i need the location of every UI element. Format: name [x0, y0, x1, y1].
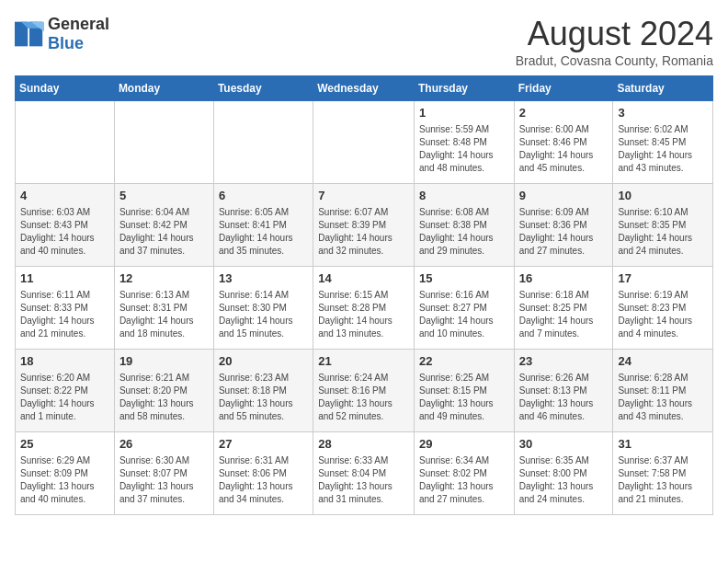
- calendar-table: SundayMondayTuesdayWednesdayThursdayFrid…: [15, 75, 713, 515]
- header: General Blue August 2024 Bradut, Covasna…: [15, 15, 713, 68]
- day-info: Sunrise: 6:31 AM Sunset: 8:06 PM Dayligh…: [219, 454, 308, 506]
- day-info: Sunrise: 6:21 AM Sunset: 8:20 PM Dayligh…: [119, 372, 209, 423]
- calendar-week-row: 11Sunrise: 6:11 AM Sunset: 8:33 PM Dayli…: [16, 267, 713, 350]
- calendar-cell: 2Sunrise: 6:00 AM Sunset: 8:46 PM Daylig…: [514, 101, 613, 184]
- title-area: August 2024 Bradut, Covasna County, Roma…: [516, 15, 713, 68]
- day-info: Sunrise: 6:29 AM Sunset: 8:09 PM Dayligh…: [20, 454, 109, 506]
- day-info: Sunrise: 6:28 AM Sunset: 8:11 PM Dayligh…: [618, 372, 708, 423]
- calendar-cell: 31Sunrise: 6:37 AM Sunset: 7:58 PM Dayli…: [613, 432, 713, 515]
- day-number: 11: [20, 270, 109, 287]
- calendar-cell: 10Sunrise: 6:10 AM Sunset: 8:35 PM Dayli…: [613, 184, 713, 267]
- weekday-header: Monday: [114, 76, 213, 101]
- day-number: 16: [519, 270, 609, 287]
- day-number: 10: [618, 188, 708, 204]
- weekday-header: Friday: [514, 76, 613, 101]
- calendar-cell: [213, 101, 313, 184]
- day-info: Sunrise: 6:25 AM Sunset: 8:15 PM Dayligh…: [419, 372, 509, 423]
- calendar-cell: 5Sunrise: 6:04 AM Sunset: 8:42 PM Daylig…: [114, 184, 213, 267]
- day-number: 17: [618, 270, 708, 287]
- calendar-cell: 6Sunrise: 6:05 AM Sunset: 8:41 PM Daylig…: [213, 184, 313, 267]
- day-number: 7: [318, 188, 409, 204]
- logo-general: General: [48, 15, 109, 33]
- day-number: 15: [419, 270, 509, 287]
- day-number: 19: [119, 353, 209, 370]
- day-number: 30: [519, 436, 609, 453]
- calendar-cell: 20Sunrise: 6:23 AM Sunset: 8:18 PM Dayli…: [213, 350, 313, 432]
- day-number: 6: [219, 188, 308, 204]
- calendar-cell: 1Sunrise: 5:59 AM Sunset: 8:48 PM Daylig…: [414, 101, 514, 184]
- calendar-week-row: 1Sunrise: 5:59 AM Sunset: 8:48 PM Daylig…: [16, 101, 713, 184]
- day-info: Sunrise: 6:00 AM Sunset: 8:46 PM Dayligh…: [519, 123, 609, 175]
- location: Bradut, Covasna County, Romania: [516, 53, 713, 68]
- day-info: Sunrise: 5:59 AM Sunset: 8:48 PM Dayligh…: [419, 123, 509, 175]
- logo-text: General Blue: [48, 15, 109, 53]
- calendar-cell: 18Sunrise: 6:20 AM Sunset: 8:22 PM Dayli…: [16, 350, 115, 432]
- day-number: 20: [219, 353, 308, 370]
- day-info: Sunrise: 6:20 AM Sunset: 8:22 PM Dayligh…: [20, 372, 109, 423]
- weekday-header: Wednesday: [313, 76, 415, 101]
- day-info: Sunrise: 6:24 AM Sunset: 8:16 PM Dayligh…: [318, 372, 409, 423]
- day-number: 2: [519, 105, 609, 121]
- calendar-cell: 7Sunrise: 6:07 AM Sunset: 8:39 PM Daylig…: [313, 184, 415, 267]
- calendar-cell: 9Sunrise: 6:09 AM Sunset: 8:36 PM Daylig…: [514, 184, 613, 267]
- day-number: 8: [419, 188, 509, 204]
- day-number: 18: [20, 353, 109, 370]
- weekday-header: Thursday: [414, 76, 514, 101]
- calendar-cell: 28Sunrise: 6:33 AM Sunset: 8:04 PM Dayli…: [313, 432, 415, 515]
- day-info: Sunrise: 6:10 AM Sunset: 8:35 PM Dayligh…: [618, 206, 708, 258]
- month-year: August 2024: [516, 15, 713, 53]
- day-info: Sunrise: 6:18 AM Sunset: 8:25 PM Dayligh…: [519, 289, 609, 340]
- day-number: 1: [419, 105, 509, 121]
- day-number: 23: [519, 353, 609, 370]
- day-info: Sunrise: 6:37 AM Sunset: 7:58 PM Dayligh…: [618, 454, 708, 506]
- calendar-cell: 21Sunrise: 6:24 AM Sunset: 8:16 PM Dayli…: [313, 350, 415, 432]
- day-number: 9: [519, 188, 609, 204]
- calendar-cell: 24Sunrise: 6:28 AM Sunset: 8:11 PM Dayli…: [613, 350, 713, 432]
- day-number: 14: [318, 270, 409, 287]
- day-number: 21: [318, 353, 409, 370]
- day-number: 13: [219, 270, 308, 287]
- day-info: Sunrise: 6:08 AM Sunset: 8:38 PM Dayligh…: [419, 206, 509, 258]
- calendar-cell: 22Sunrise: 6:25 AM Sunset: 8:15 PM Dayli…: [414, 350, 514, 432]
- day-number: 25: [20, 436, 109, 453]
- day-info: Sunrise: 6:19 AM Sunset: 8:23 PM Dayligh…: [618, 289, 708, 340]
- day-info: Sunrise: 6:34 AM Sunset: 8:02 PM Dayligh…: [419, 454, 509, 506]
- calendar-cell: 8Sunrise: 6:08 AM Sunset: 8:38 PM Daylig…: [414, 184, 514, 267]
- calendar-cell: [16, 101, 115, 184]
- calendar-cell: 30Sunrise: 6:35 AM Sunset: 8:00 PM Dayli…: [514, 432, 613, 515]
- calendar-week-row: 18Sunrise: 6:20 AM Sunset: 8:22 PM Dayli…: [16, 350, 713, 432]
- weekday-header: Saturday: [613, 76, 713, 101]
- calendar-cell: 12Sunrise: 6:13 AM Sunset: 8:31 PM Dayli…: [114, 267, 213, 350]
- day-info: Sunrise: 6:35 AM Sunset: 8:00 PM Dayligh…: [519, 454, 609, 506]
- day-number: 27: [219, 436, 308, 453]
- calendar-cell: 23Sunrise: 6:26 AM Sunset: 8:13 PM Dayli…: [514, 350, 613, 432]
- calendar-cell: 13Sunrise: 6:14 AM Sunset: 8:30 PM Dayli…: [213, 267, 313, 350]
- day-info: Sunrise: 6:13 AM Sunset: 8:31 PM Dayligh…: [119, 289, 209, 340]
- calendar-cell: [114, 101, 213, 184]
- day-number: 29: [419, 436, 509, 453]
- day-number: 4: [20, 188, 109, 204]
- day-info: Sunrise: 6:02 AM Sunset: 8:45 PM Dayligh…: [618, 123, 708, 175]
- calendar-cell: 16Sunrise: 6:18 AM Sunset: 8:25 PM Dayli…: [514, 267, 613, 350]
- calendar-cell: 14Sunrise: 6:15 AM Sunset: 8:28 PM Dayli…: [313, 267, 415, 350]
- day-number: 24: [618, 353, 708, 370]
- day-info: Sunrise: 6:15 AM Sunset: 8:28 PM Dayligh…: [318, 289, 409, 340]
- calendar-cell: 27Sunrise: 6:31 AM Sunset: 8:06 PM Dayli…: [213, 432, 313, 515]
- day-number: 5: [119, 188, 209, 204]
- logo-blue: Blue: [48, 34, 84, 52]
- day-info: Sunrise: 6:30 AM Sunset: 8:07 PM Dayligh…: [119, 454, 209, 506]
- calendar-cell: 19Sunrise: 6:21 AM Sunset: 8:20 PM Dayli…: [114, 350, 213, 432]
- calendar-cell: 26Sunrise: 6:30 AM Sunset: 8:07 PM Dayli…: [114, 432, 213, 515]
- calendar-week-row: 4Sunrise: 6:03 AM Sunset: 8:43 PM Daylig…: [16, 184, 713, 267]
- day-number: 31: [618, 436, 708, 453]
- logo: General Blue: [15, 15, 109, 53]
- day-info: Sunrise: 6:23 AM Sunset: 8:18 PM Dayligh…: [219, 372, 308, 423]
- calendar-cell: [313, 101, 415, 184]
- day-info: Sunrise: 6:16 AM Sunset: 8:27 PM Dayligh…: [419, 289, 509, 340]
- day-info: Sunrise: 6:09 AM Sunset: 8:36 PM Dayligh…: [519, 206, 609, 258]
- day-number: 26: [119, 436, 209, 453]
- day-info: Sunrise: 6:26 AM Sunset: 8:13 PM Dayligh…: [519, 372, 609, 423]
- day-info: Sunrise: 6:03 AM Sunset: 8:43 PM Dayligh…: [20, 206, 109, 258]
- calendar-cell: 3Sunrise: 6:02 AM Sunset: 8:45 PM Daylig…: [613, 101, 713, 184]
- logo-icon: [15, 21, 44, 47]
